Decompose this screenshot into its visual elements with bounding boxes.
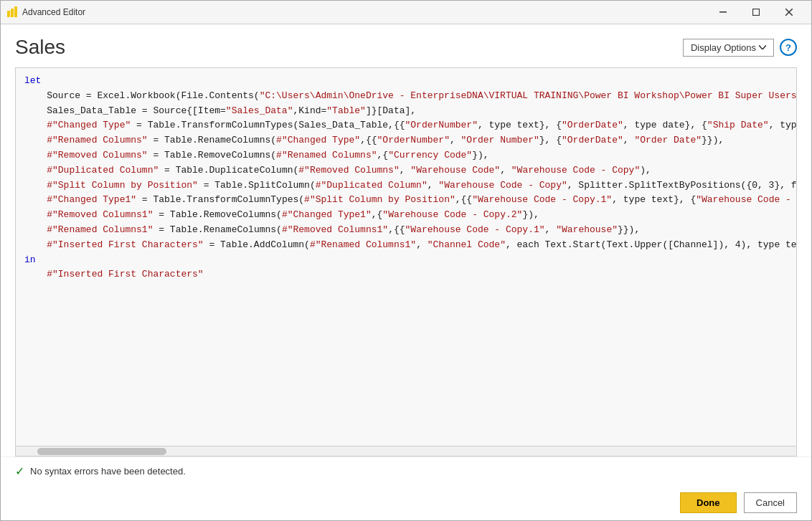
header-right: Display Options ?	[683, 39, 797, 57]
editor-scroll-area[interactable]: let Source = Excel.Workbook(File.Content…	[16, 68, 796, 446]
app-icon	[6, 6, 18, 18]
status-bar: ✓ No syntax errors have been detected.	[1, 457, 811, 485]
display-options-label: Display Options	[691, 42, 756, 53]
status-message: No syntax errors have been detected.	[30, 466, 186, 477]
svg-rect-1	[11, 9, 14, 17]
svg-rect-0	[7, 11, 10, 17]
footer-bar: Done Cancel	[1, 485, 811, 520]
done-button[interactable]: Done	[680, 492, 737, 513]
content-area: Sales Display Options ? let Source = Exc…	[1, 24, 811, 457]
maximize-button[interactable]	[740, 1, 773, 24]
code-editor[interactable]: let Source = Excel.Workbook(File.Content…	[15, 67, 797, 457]
chevron-down-icon	[759, 45, 766, 49]
svg-rect-2	[14, 6, 17, 17]
help-label: ?	[785, 42, 791, 53]
scrollbar-thumb[interactable]	[37, 448, 166, 455]
window-title: Advanced Editor	[22, 7, 707, 17]
code-content: let Source = Excel.Workbook(File.Content…	[16, 74, 796, 282]
help-button[interactable]: ?	[780, 39, 797, 56]
close-button[interactable]	[773, 1, 806, 24]
display-options-button[interactable]: Display Options	[683, 39, 774, 57]
svg-rect-4	[753, 9, 760, 16]
advanced-editor-window: Advanced Editor Sales Display Options	[0, 0, 812, 521]
minimize-button[interactable]	[707, 1, 740, 24]
title-bar: Advanced Editor	[1, 1, 811, 24]
svg-rect-3	[719, 11, 727, 13]
horizontal-scrollbar[interactable]	[16, 446, 796, 456]
cancel-button[interactable]: Cancel	[744, 492, 797, 513]
window-controls	[707, 1, 806, 24]
query-title: Sales	[15, 36, 65, 59]
header-row: Sales Display Options ?	[15, 36, 797, 59]
check-icon: ✓	[15, 464, 24, 478]
